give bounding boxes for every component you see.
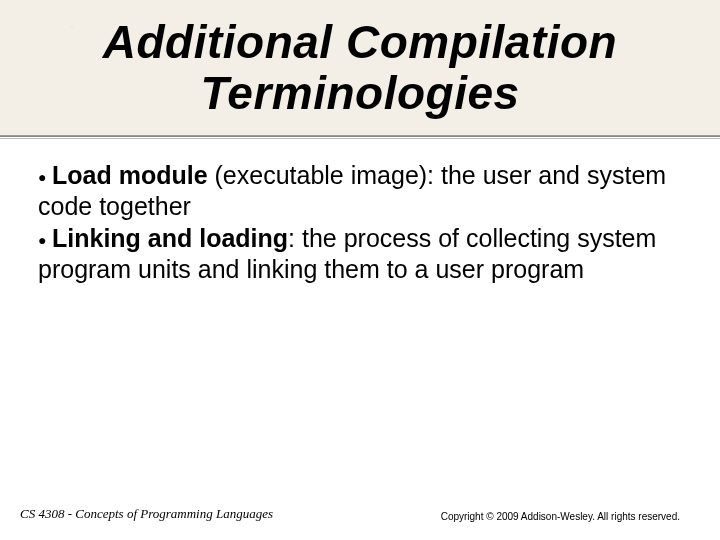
footer: CS 4308 - Concepts of Programming Langua… (0, 506, 720, 522)
bullet-icon: ● (38, 232, 52, 249)
bullet-term: Linking and loading (52, 224, 288, 252)
bullet-item: ●Load module (executable image): the use… (38, 160, 682, 221)
slide-title: Additional Compilation Terminologies (0, 17, 720, 118)
bullet-icon: ● (38, 169, 52, 186)
footer-copyright: Copyright © 2009 Addison-Wesley. All rig… (441, 511, 700, 522)
footer-course: CS 4308 - Concepts of Programming Langua… (20, 506, 273, 522)
bullet-term: Load module (52, 161, 208, 189)
bullet-item: ●Linking and loading: the process of col… (38, 223, 682, 284)
header-band: Additional Compilation Terminologies (0, 0, 720, 136)
content-area: ●Load module (executable image): the use… (0, 142, 720, 284)
